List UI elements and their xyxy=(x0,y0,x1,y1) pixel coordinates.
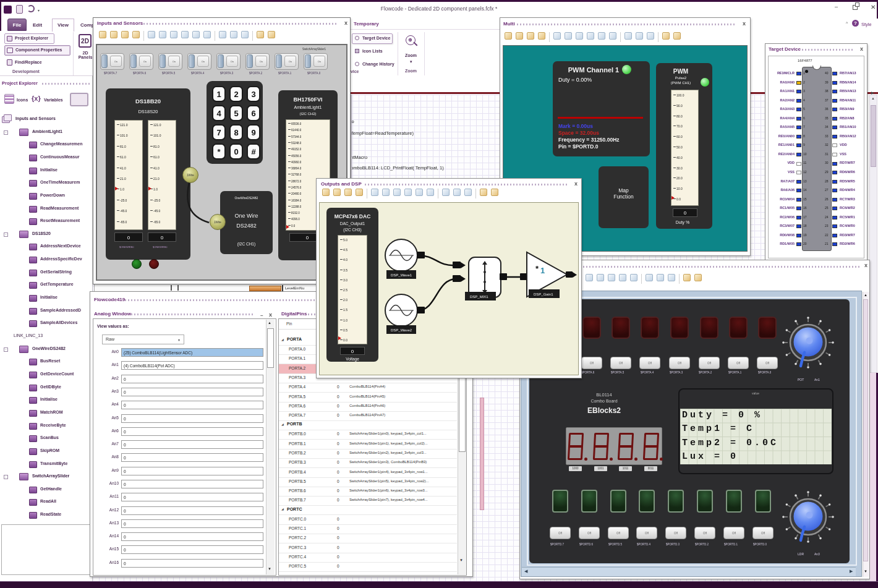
svg-text:1: 1 xyxy=(540,266,545,275)
svg-text:DSP_MIX1: DSP_MIX1 xyxy=(470,295,488,299)
svg-text:DSP_Gain1: DSP_Gain1 xyxy=(534,292,553,296)
svg-text:DSP_Wave2: DSP_Wave2 xyxy=(391,328,412,332)
svg-text:DSP_Wave1: DSP_Wave1 xyxy=(391,273,412,277)
